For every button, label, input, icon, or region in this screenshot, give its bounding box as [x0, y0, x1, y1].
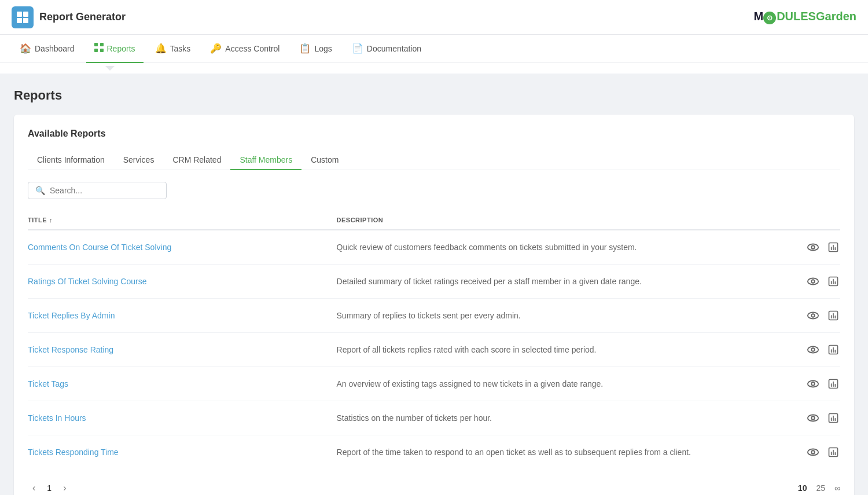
table-row: Ratings Of Ticket Solving Course Detaile… — [28, 265, 840, 299]
row-title[interactable]: Tickets Responding Time — [28, 448, 337, 457]
row-description: Statistics on the number of tickets per … — [337, 413, 794, 423]
app-logo-icon — [12, 6, 34, 28]
nav-logs[interactable]: 📋 Logs — [291, 35, 340, 64]
report-tabs: Clients Information Services CRM Related… — [28, 151, 840, 170]
reports-icon — [94, 43, 104, 54]
search-icon: 🔍 — [35, 186, 45, 195]
access-control-icon: 🔑 — [210, 43, 222, 54]
row-description: Quick review of customers feedback comme… — [337, 243, 794, 252]
svg-rect-4 — [94, 43, 98, 46]
view-button[interactable] — [806, 274, 821, 289]
svg-point-32 — [808, 381, 818, 387]
table-row: Tickets Responding Time Report of the ti… — [28, 435, 840, 469]
chart-button[interactable] — [826, 308, 840, 323]
row-title[interactable]: Ratings Of Ticket Solving Course — [28, 277, 337, 286]
svg-rect-6 — [94, 49, 98, 52]
col-title-header: TITLE ↑ — [28, 217, 337, 223]
row-description: Detailed summary of ticket ratings recei… — [337, 277, 794, 286]
svg-point-14 — [808, 278, 818, 285]
tab-crm-related[interactable]: CRM Related — [163, 151, 230, 170]
nav-reports-label: Reports — [107, 44, 135, 53]
per-page-option[interactable]: 10 — [798, 483, 807, 493]
view-button[interactable] — [806, 342, 821, 357]
nav-access-control[interactable]: 🔑 Access Control — [202, 35, 288, 64]
pagination-left: ‹ 1 › — [28, 481, 71, 495]
chart-icon — [827, 377, 839, 390]
svg-point-27 — [811, 348, 815, 351]
chart-button[interactable] — [826, 410, 840, 426]
row-actions — [794, 308, 840, 323]
sort-arrow-icon: ↑ — [49, 217, 53, 223]
brand-name: DULES — [777, 10, 816, 23]
search-container: 🔍 — [28, 182, 167, 199]
per-page-option[interactable]: 25 — [816, 483, 825, 493]
tab-custom[interactable]: Custom — [301, 151, 348, 170]
chart-icon — [827, 275, 839, 288]
chart-button[interactable] — [826, 445, 840, 460]
row-description: Report of the time taken to respond to a… — [337, 448, 794, 457]
view-button[interactable] — [806, 376, 821, 391]
main-nav: 🏠 Dashboard Reports 🔔 Tasks 🔑 Access Con… — [0, 35, 868, 64]
chart-icon — [827, 343, 839, 356]
nav-dashboard-label: Dashboard — [35, 44, 75, 53]
nav-dashboard[interactable]: 🏠 Dashboard — [12, 35, 83, 64]
pagination-right: 1025∞ — [798, 483, 840, 493]
documentation-icon: 📄 — [352, 43, 363, 54]
svg-point-20 — [808, 313, 818, 319]
svg-point-8 — [808, 244, 818, 251]
chart-icon — [827, 241, 839, 254]
row-title[interactable]: Tickets In Hours — [28, 413, 337, 423]
page-title: Reports — [14, 88, 854, 103]
row-description: An overview of existing tags assigned to… — [337, 379, 794, 388]
row-actions — [794, 240, 840, 255]
view-button[interactable] — [806, 410, 821, 426]
table-row: Ticket Response Rating Report of all tic… — [28, 333, 840, 367]
nav-reports[interactable]: Reports — [86, 35, 144, 64]
row-title[interactable]: Ticket Replies By Admin — [28, 311, 337, 320]
row-title[interactable]: Ticket Response Rating — [28, 345, 337, 354]
nav-documentation[interactable]: 📄 Documentation — [344, 35, 429, 64]
row-description: Report of all tickets replies rated with… — [337, 345, 794, 354]
eye-icon — [807, 412, 819, 424]
reports-card: Available Reports Clients Information Se… — [14, 115, 854, 495]
search-input[interactable] — [50, 186, 159, 195]
eye-icon — [807, 446, 819, 459]
nav-documentation-label: Documentation — [367, 44, 421, 53]
next-page-button[interactable]: › — [58, 481, 71, 495]
nav-access-control-label: Access Control — [225, 44, 279, 53]
chart-button[interactable] — [826, 274, 840, 289]
eye-icon — [807, 343, 819, 356]
svg-point-33 — [811, 382, 815, 386]
chart-button[interactable] — [826, 240, 840, 255]
row-description: Summary of replies to tickets sent per e… — [337, 311, 794, 320]
current-page: 1 — [47, 483, 52, 493]
row-actions — [794, 274, 840, 289]
tab-services[interactable]: Services — [114, 151, 164, 170]
per-page-option[interactable]: ∞ — [834, 483, 840, 493]
row-actions — [794, 342, 840, 357]
view-button[interactable] — [806, 308, 821, 323]
svg-rect-3 — [23, 18, 28, 23]
brand-logo: M⊙DULESGarden — [754, 10, 857, 24]
prev-page-button[interactable]: ‹ — [28, 481, 40, 495]
chart-button[interactable] — [826, 376, 840, 391]
svg-point-44 — [808, 449, 818, 456]
eye-icon — [807, 309, 819, 322]
view-button[interactable] — [806, 445, 821, 460]
table-body: Comments On Course Of Ticket Solving Qui… — [28, 230, 840, 469]
page-content: Reports Available Reports Clients Inform… — [0, 74, 868, 495]
chart-button[interactable] — [826, 342, 840, 357]
svg-point-21 — [811, 314, 815, 317]
card-title: Available Reports — [28, 129, 840, 139]
col-title-label: TITLE — [28, 217, 47, 223]
nav-tasks[interactable]: 🔔 Tasks — [147, 35, 199, 64]
row-title[interactable]: Comments On Course Of Ticket Solving — [28, 243, 337, 252]
brand-suffix: Garden — [816, 10, 856, 23]
tab-staff-members[interactable]: Staff Members — [230, 151, 301, 170]
view-button[interactable] — [806, 240, 821, 255]
tab-clients-information[interactable]: Clients Information — [28, 151, 114, 170]
nav-logs-label: Logs — [314, 44, 332, 53]
row-title[interactable]: Ticket Tags — [28, 379, 337, 388]
svg-rect-2 — [17, 18, 22, 23]
brand-circle: ⊙ — [763, 12, 776, 24]
